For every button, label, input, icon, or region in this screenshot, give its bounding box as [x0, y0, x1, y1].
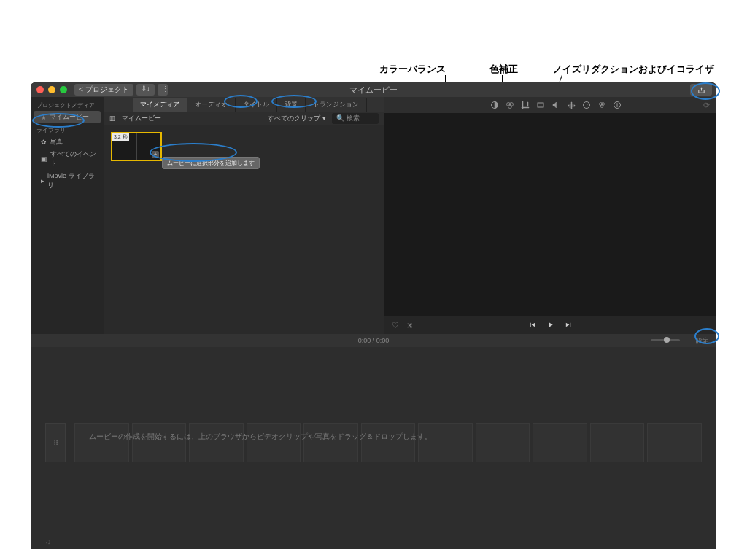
clip-slot[interactable]	[647, 423, 702, 462]
clip-slot[interactable]	[303, 423, 358, 462]
photos-icon: ✿	[41, 139, 47, 146]
viewer-panel: ⟳ ♡ ⤨	[384, 97, 716, 334]
audio-track-icon: ♫	[45, 537, 51, 545]
clip-thumbnail[interactable]: 3.2 秒 +	[111, 132, 162, 161]
sidebar-item-all-events[interactable]: ▣ すべてのイベント	[31, 148, 104, 170]
stabilize-icon[interactable]	[536, 101, 545, 109]
timeline-settings-button[interactable]: 設定	[696, 334, 709, 347]
timeline-header: 0:00 / 0:00 設定	[31, 334, 716, 347]
clip-slot[interactable]	[74, 423, 129, 462]
chevron-right-icon: ▸	[41, 177, 44, 184]
filter-icon[interactable]	[597, 101, 606, 109]
window-title: マイムービー	[31, 85, 716, 96]
share-icon	[697, 86, 705, 94]
browser-tabs: マイメディア オーディオ タイトル 背景 トランジション	[104, 97, 384, 112]
breadcrumb: マイムービー	[122, 114, 161, 123]
clip-slot[interactable]	[189, 423, 244, 462]
volume-icon[interactable]	[551, 101, 560, 109]
color-balance-icon[interactable]	[490, 101, 499, 109]
sidebar-item-photos[interactable]: ✿ 写真	[31, 136, 104, 148]
share-button[interactable]	[690, 84, 712, 96]
adjust-toolbar: ⟳	[384, 97, 716, 113]
preview-viewport[interactable]	[384, 113, 716, 316]
imovie-window: < プロジェクト ⇩↓ ⋮ マイムービー プロジェクトメディア ★ マイムービー…	[31, 82, 716, 549]
tooltip: ムービーに選択部分を追加します	[162, 157, 260, 169]
media-browser: マイメディア オーディオ タイトル 背景 トランジション ▥ マイムービー すべ…	[104, 97, 384, 334]
svg-rect-4	[538, 103, 543, 107]
layout-icon[interactable]: ▥	[109, 114, 116, 122]
sidebar: プロジェクトメディア ★ マイムービー ライブラリ ✿ 写真 ▣ すべてのイベン…	[31, 97, 104, 334]
next-button[interactable]	[565, 321, 573, 330]
tab-audio[interactable]: オーディオ	[187, 98, 236, 112]
clip-slot[interactable]	[247, 423, 301, 462]
prev-button[interactable]	[528, 321, 536, 330]
color-correction-icon[interactable]	[506, 101, 514, 109]
search-input[interactable]: 🔍 検索	[332, 113, 379, 124]
clip-duration-badge: 3.2 秒	[112, 133, 129, 141]
sidebar-hdr-projectmedia: プロジェクトメディア	[31, 98, 104, 111]
sidebar-hdr-library: ライブラリ	[31, 123, 104, 136]
tab-transitions[interactable]: トランジション	[306, 98, 367, 112]
titlebar: < プロジェクト ⇩↓ ⋮ マイムービー	[31, 82, 716, 97]
clip-slot[interactable]	[361, 423, 416, 462]
noise-eq-icon[interactable]	[567, 101, 576, 109]
clip-slot[interactable]	[590, 423, 645, 462]
tab-titles[interactable]: タイトル	[236, 98, 277, 112]
speed-icon[interactable]	[582, 101, 591, 109]
sidebar-item-mymovie[interactable]: ★ マイムービー	[34, 111, 101, 123]
annot-color-correct: 色補正	[489, 63, 518, 76]
sidebar-item-label: 写真	[50, 137, 63, 147]
tab-backgrounds[interactable]: 背景	[277, 98, 306, 112]
clip-slot[interactable]	[533, 423, 587, 462]
events-icon: ▣	[41, 155, 47, 163]
star-icon: ★	[41, 114, 47, 121]
tab-mymedia[interactable]: マイメディア	[133, 98, 187, 112]
play-button[interactable]	[546, 321, 554, 330]
viewer-controls: ♡ ⤨	[384, 316, 716, 334]
sidebar-item-label: すべてのイベント	[50, 149, 98, 168]
timecode: 0:00 / 0:00	[358, 337, 390, 344]
clip-slot[interactable]	[418, 423, 473, 462]
sidebar-item-imovie-library[interactable]: ▸ iMovie ライブラリ	[31, 170, 104, 192]
sidebar-item-label: マイムービー	[50, 112, 89, 122]
timeline-placeholder: ムービーの作成を開始するには、上のブラウザからビデオクリップや写真をドラッグ＆ド…	[89, 432, 432, 442]
clip-slot[interactable]	[132, 423, 187, 462]
timeline[interactable]: ⠿ ムービーの作成を開始するには、上のブラウザからビデオクリップや写真をドラッグ…	[31, 347, 716, 549]
clips-filter[interactable]: すべてのクリップ ▾	[268, 114, 326, 123]
timeline-ruler[interactable]	[31, 347, 716, 357]
add-to-movie-button[interactable]: +	[152, 151, 159, 158]
annot-color-balance: カラーバランス	[379, 63, 446, 76]
sidebar-item-label: iMovie ライブラリ	[47, 171, 98, 190]
clip-slots[interactable]	[74, 423, 702, 462]
zoom-slider[interactable]	[651, 339, 680, 341]
reset-icon[interactable]: ⟳	[702, 101, 711, 109]
info-icon[interactable]	[613, 101, 622, 109]
annot-noise-eq: ノイズリダクションおよびイコライザ	[553, 63, 714, 76]
clip-slot[interactable]	[476, 423, 530, 462]
timeline-stub: ⠿	[45, 423, 66, 462]
crop-icon[interactable]	[521, 101, 530, 109]
